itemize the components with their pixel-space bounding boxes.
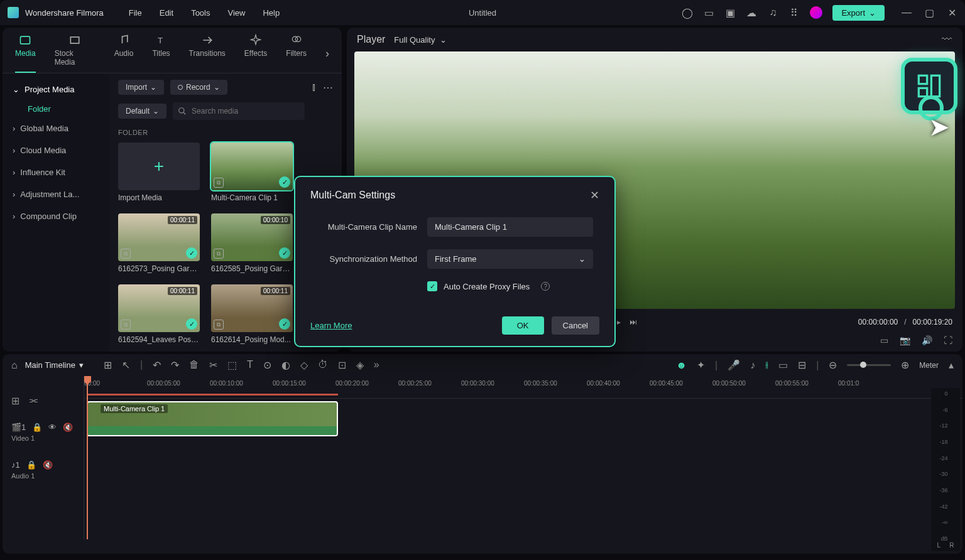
visibility-icon[interactable]: 👁 [48,423,57,432]
tab-filters[interactable]: Filters [286,34,307,73]
save-icon[interactable]: ▣ [724,7,736,18]
more-tools-icon[interactable]: » [374,359,379,371]
zoom-in-icon[interactable]: ⊕ [901,359,909,371]
tab-media[interactable]: Media [15,34,36,73]
quality-dropdown[interactable]: Full Quality⌄ [394,35,447,45]
import-button[interactable]: Import⌄ [118,80,164,95]
sidebar-influence-kit[interactable]: ›Influence Kit [3,161,109,183]
menu-help[interactable]: Help [263,8,280,18]
music-icon[interactable]: ♪ [750,360,755,371]
zoom-out-icon[interactable]: ⊖ [829,359,837,371]
audio-track-header[interactable]: ♪1🔒🔇 Audio 1 [3,451,84,488]
tab-stock-media[interactable]: Stock Media [55,34,95,73]
mute-icon[interactable]: 🔇 [43,460,53,470]
enhance-icon[interactable]: ✦ [697,359,705,371]
cloud-icon[interactable]: ☁ [746,7,757,18]
sidebar-cloud-media[interactable]: ›Cloud Media [3,139,109,161]
menu-tools[interactable]: Tools [191,8,210,18]
next-frame-icon[interactable]: ⏭ [630,318,637,326]
import-media-tile[interactable]: + Import Media [118,143,200,202]
mask-icon[interactable]: ◈ [356,359,364,371]
sort-default-button[interactable]: Default⌄ [118,104,166,119]
proxy-checkbox[interactable]: ✓ [427,281,437,291]
grid-icon[interactable]: ⊞ [104,359,112,371]
playhead[interactable] [87,376,88,539]
fullscreen-icon[interactable]: ⛶ [944,335,952,345]
sidebar-compound-clip[interactable]: ›Compound Clip [3,205,109,227]
cancel-button[interactable]: Cancel [552,316,599,335]
media-item[interactable]: 00:00:11⧉✓ 6162614_Posing Mod... [211,284,293,344]
delete-icon[interactable]: 🗑 [189,359,199,371]
record-button[interactable]: Record⌄ [170,80,227,95]
crop-icon[interactable]: ⬚ [227,359,237,371]
waveform-icon[interactable]: 〰 [941,34,952,45]
tab-titles[interactable]: TTitles [152,34,170,73]
info-icon[interactable]: ? [541,282,550,291]
lock-icon[interactable]: 🔒 [26,460,36,470]
meter-toggle-icon[interactable]: ▴ [949,359,954,371]
sidebar-global-media[interactable]: ›Global Media [3,117,109,139]
export-button[interactable]: Export⌄ [832,5,885,21]
avatar-icon[interactable] [810,6,822,19]
home-icon[interactable]: ⌂ [11,360,18,371]
more-icon[interactable]: ⋯ [323,82,333,94]
record-indicator-icon[interactable]: ◯ [682,7,693,18]
display-icon[interactable]: ▭ [880,335,888,345]
marker-box-icon[interactable]: ⊟ [798,359,806,371]
close-icon[interactable]: ✕ [946,7,957,18]
media-item[interactable]: ⧉✓ Multi-Camera Clip 1 [211,143,293,202]
video-track-header[interactable]: 🎬1🔒👁🔇 Video 1 [3,413,84,451]
pointer-icon[interactable]: ↖ [122,359,130,371]
zoom-slider[interactable] [847,364,891,366]
timer-icon[interactable]: ⏱ [318,359,328,371]
link-icon[interactable]: ⫘ [28,395,38,407]
redo-icon[interactable]: ↷ [171,359,179,371]
tab-effects[interactable]: Effects [244,34,267,73]
sidebar-adjustment-layer[interactable]: ›Adjustment La... [3,183,109,205]
dialog-close-icon[interactable]: ✕ [590,188,599,202]
ai-icon[interactable]: ☻ [676,360,687,371]
undo-icon[interactable]: ↶ [153,359,161,371]
monitor-icon[interactable]: ▭ [703,7,714,18]
timeline-tracks[interactable]: 00:0000:00:05:0000:00:10:0000:00:15:0000… [84,376,962,539]
timeline-selector[interactable]: Main Timeline▾ [25,360,84,370]
minimize-icon[interactable]: — [901,7,912,18]
add-track-icon[interactable]: ⊞ [11,395,19,407]
timeline-clip[interactable]: Multi-Camera Clip 1 [87,401,338,436]
headphones-icon[interactable]: ♫ [767,7,778,18]
sync-method-select[interactable]: First Frame⌄ [427,249,593,269]
step-forward-icon[interactable]: ▸ [617,318,621,326]
snapshot-icon[interactable]: 📷 [900,335,910,345]
audio-sync-icon[interactable]: ⫲ [765,360,768,371]
media-item[interactable]: 00:00:11⧉✓ 6162573_Posing Gard... [118,213,200,273]
clip-name-input[interactable] [427,217,593,237]
tabs-scroll-right-icon[interactable]: › [325,47,329,60]
apps-icon[interactable]: ⠿ [788,7,800,18]
media-item[interactable]: 00:00:11⧉✓ 6162594_Leaves Posin... [118,284,200,344]
lock-icon[interactable]: 🔒 [32,423,42,432]
menu-edit[interactable]: Edit [160,8,173,18]
color-icon[interactable]: ◐ [281,359,290,371]
media-item[interactable]: 00:00:10⧉✓ 6162585_Posing Gard... [211,213,293,273]
search-input[interactable] [173,102,305,120]
tracking-icon[interactable]: ⊡ [338,359,346,371]
learn-more-link[interactable]: Learn More [310,321,352,330]
meter-label[interactable]: Meter [919,361,939,370]
filter-icon[interactable]: ⫿ [312,82,317,94]
tab-transitions[interactable]: Transitions [189,34,226,73]
frame-icon[interactable]: ▭ [778,359,788,371]
timeline-ruler[interactable]: 00:0000:00:05:0000:00:10:0000:00:15:0000… [84,376,962,399]
sidebar-folder[interactable]: Folder [3,100,109,117]
ok-button[interactable]: OK [502,316,544,335]
volume-icon[interactable]: 🔊 [922,335,932,345]
speed-icon[interactable]: ⊙ [263,359,271,371]
menu-view[interactable]: View [227,8,245,18]
sidebar-project-media[interactable]: ⌄Project Media [3,78,109,100]
maximize-icon[interactable]: ▢ [924,7,935,18]
cut-icon[interactable]: ✂ [209,359,217,371]
menu-file[interactable]: File [129,8,142,18]
mic-icon[interactable]: 🎤 [728,359,740,371]
text-icon[interactable]: T [247,359,253,371]
mute-icon[interactable]: 🔇 [63,423,73,432]
tab-audio[interactable]: Audio [114,34,134,73]
